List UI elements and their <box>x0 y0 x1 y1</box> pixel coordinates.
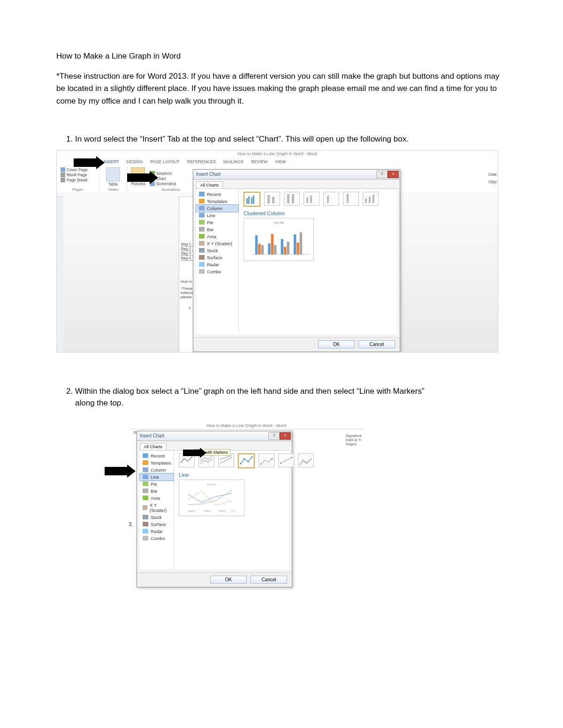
svg-point-31 <box>248 461 250 463</box>
steps-list: In word select the “Insert” Tab at the t… <box>56 133 507 145</box>
type-combo[interactable]: Combo <box>140 535 174 542</box>
subtype-line-with-markers[interactable] <box>238 453 255 468</box>
svg-rect-26 <box>294 234 296 255</box>
word-title-bar: How to Make a Line Graph in Word - Word <box>57 150 498 158</box>
subtype-3d-clustered[interactable] <box>304 192 320 206</box>
cancel-button[interactable]: Cancel <box>358 340 395 348</box>
type-bar[interactable]: Bar <box>196 226 238 233</box>
svg-point-34 <box>272 458 273 459</box>
type-pie[interactable]: Pie <box>140 480 174 488</box>
cancel-button[interactable]: Cancel <box>251 576 287 584</box>
type-column[interactable]: Column <box>140 466 174 473</box>
tab-mailings[interactable]: MAILINGS <box>223 159 243 164</box>
dialog-tabs: All Charts <box>193 180 400 188</box>
all-charts-tab-2[interactable]: All Charts <box>140 443 167 450</box>
tab-review[interactable]: REVIEW <box>251 159 268 164</box>
insert-chart-dialog: Insert Chart ? × All Charts Recent Templ… <box>193 169 400 352</box>
svg-rect-18 <box>258 244 260 255</box>
svg-point-32 <box>251 456 253 458</box>
svg-text:Category 2: Category 2 <box>204 510 212 511</box>
blank-page-button[interactable]: Blank Page <box>61 173 95 177</box>
chart-preview: Chart Title <box>243 218 314 261</box>
svg-text:Chart Title: Chart Title <box>274 222 284 224</box>
dialog-footer: OK Cancel <box>193 337 400 352</box>
svg-rect-1 <box>248 196 250 204</box>
type-radar[interactable]: Radar <box>140 528 174 535</box>
subtype-3d-100-stacked[interactable] <box>343 192 359 206</box>
step-1: In word select the “Insert” Tab at the t… <box>75 133 507 145</box>
svg-rect-6 <box>287 194 289 203</box>
tab-references[interactable]: REFERENCES <box>187 159 216 164</box>
step-2-text: Within the dialog box select a “Line” gr… <box>75 385 432 409</box>
page-title: How to Make a Line Graph in Word <box>56 52 507 61</box>
ok-button[interactable]: OK <box>318 340 355 348</box>
subtype-clustered-column[interactable] <box>243 192 260 207</box>
tab-page-layout[interactable]: PAGE LAYOUT <box>150 159 179 164</box>
svg-marker-9 <box>310 195 312 203</box>
insert-chart-dialog-2: Insert Chart ? × All Charts Recent Templ… <box>137 431 292 587</box>
svg-point-30 <box>244 458 246 460</box>
subtype-3d-stacked[interactable] <box>323 192 339 206</box>
steps-list-2: Within the dialog box select a “Line” gr… <box>56 385 507 409</box>
arrow-to-chart-button <box>127 171 158 184</box>
type-templates[interactable]: Templates <box>140 459 174 466</box>
ok-button[interactable]: OK <box>210 576 247 584</box>
type-scatter[interactable]: X Y (Scatter) <box>140 502 174 514</box>
type-surface[interactable]: Surface <box>140 521 174 528</box>
svg-text:Category 3: Category 3 <box>218 510 226 511</box>
side-labels-2: Signature Date & Ti Object <box>346 434 362 446</box>
svg-rect-27 <box>297 242 299 255</box>
type-stock[interactable]: Stock <box>140 514 174 521</box>
type-scatter[interactable]: X Y (Scatter) <box>196 240 238 247</box>
close-icon[interactable]: × <box>388 171 399 178</box>
chart-type-list-2: Recent Templates Column Line Pie Bar Are… <box>140 450 174 570</box>
column-subtype-row <box>243 192 392 207</box>
svg-rect-3 <box>253 195 254 204</box>
svg-rect-22 <box>274 245 276 254</box>
all-charts-tab[interactable]: All Charts <box>196 181 223 188</box>
line-preview: Chart Title Category 1Category 2Category… <box>179 480 244 516</box>
page-break-button[interactable]: Page Break <box>61 178 95 182</box>
screenshot-1: How to Make a Line Graph in Word - Word … <box>56 150 498 353</box>
type-surface[interactable]: Surface <box>196 254 238 261</box>
tab-view[interactable]: VIEW <box>275 159 286 164</box>
subtype-3d-line[interactable] <box>298 453 314 467</box>
help-icon[interactable]: ? <box>268 432 280 440</box>
group-pages: Cover Page Blank Page Page Break Pages <box>57 166 99 193</box>
group-pages-label: Pages <box>61 188 95 192</box>
type-recent[interactable]: Recent <box>140 452 174 459</box>
type-radar[interactable]: Radar <box>196 261 238 268</box>
type-column[interactable]: Column <box>196 204 239 212</box>
type-pie[interactable]: Pie <box>196 219 238 226</box>
svg-rect-4 <box>267 195 270 203</box>
type-combo[interactable]: Combo <box>196 268 238 275</box>
subtype-3d-column[interactable] <box>363 192 379 206</box>
dialog-titlebar-2: Insert Chart ? × <box>137 431 292 441</box>
close-icon[interactable]: × <box>280 432 291 440</box>
subtype-100-stacked-line-markers[interactable] <box>278 453 294 467</box>
svg-marker-11 <box>347 193 349 203</box>
subtype-100-stacked-column[interactable] <box>284 192 300 206</box>
svg-rect-2 <box>251 197 252 204</box>
type-stock[interactable]: Stock <box>196 247 238 254</box>
type-line[interactable]: Line <box>139 473 174 481</box>
table-icon[interactable] <box>106 167 120 181</box>
type-recent[interactable]: Recent <box>196 191 238 198</box>
arrow-to-line-type <box>105 465 136 478</box>
type-area[interactable]: Area <box>196 233 238 240</box>
dialog-main: Clustered Column Chart Title <box>239 189 397 334</box>
svg-rect-25 <box>287 241 289 254</box>
dialog-title-2: Insert Chart <box>140 433 164 438</box>
help-icon[interactable]: ? <box>376 171 388 178</box>
type-area[interactable]: Area <box>140 495 174 502</box>
dialog-footer-2: OK Cancel <box>137 572 292 587</box>
subtype-stacked-column[interactable] <box>264 192 280 206</box>
type-templates[interactable]: Templates <box>196 198 238 205</box>
subtype-stacked-line-markers[interactable] <box>259 453 274 467</box>
svg-rect-5 <box>272 197 274 203</box>
type-line[interactable]: Line <box>196 212 238 219</box>
subtype-label: Clustered Column <box>243 210 392 216</box>
tab-design[interactable]: DESIGN <box>127 159 143 164</box>
tab-insert[interactable]: INSERT <box>104 159 119 164</box>
type-bar[interactable]: Bar <box>140 488 174 495</box>
